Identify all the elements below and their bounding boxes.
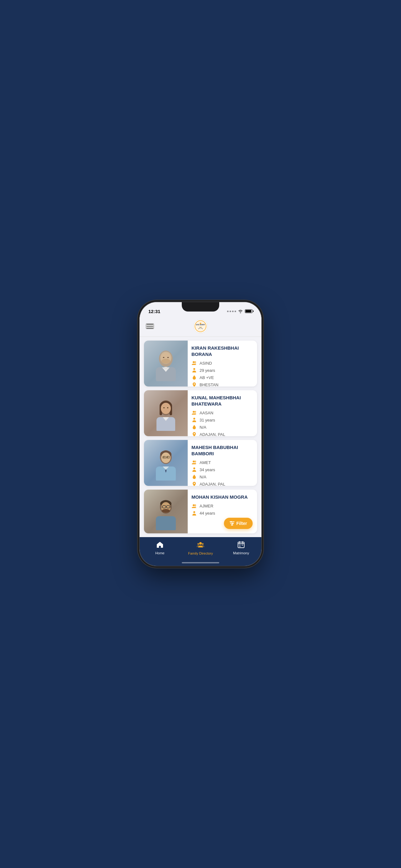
status-icons	[227, 309, 253, 313]
person-name-2: KUNAL MAHESHBHAI BHATEWARA	[192, 395, 253, 407]
svg-point-50	[162, 509, 170, 513]
person-location-1: BHESTAN	[200, 382, 218, 387]
notch	[182, 302, 219, 312]
svg-point-14	[194, 361, 196, 363]
svg-point-62	[197, 543, 199, 545]
person-info-2: KUNAL MAHESHBHAI BHATEWARA AASAN	[188, 390, 257, 436]
svg-point-10	[163, 367, 168, 369]
blood-icon-3	[192, 474, 197, 479]
person-age-row-4: 44 years	[192, 510, 253, 516]
svg-point-16	[194, 383, 195, 384]
svg-point-53	[194, 504, 196, 506]
svg-point-27	[193, 418, 195, 420]
nav-family-label: Family Directory	[188, 552, 213, 555]
svg-point-54	[193, 511, 195, 513]
svg-point-4	[200, 323, 201, 324]
svg-point-11	[163, 357, 165, 358]
person-card-3[interactable]: MAHESH BABUBHAI BAMBORI AMET	[144, 440, 257, 486]
person-group-4: AJMER	[200, 504, 213, 508]
age-icon-4	[192, 510, 197, 516]
svg-point-33	[163, 457, 165, 458]
location-icon-1	[192, 382, 197, 386]
person-location-row-1: BHESTAN	[192, 382, 253, 386]
person-blood-3: N/A	[200, 475, 206, 479]
nav-home-label: Home	[155, 551, 164, 555]
svg-point-21	[161, 403, 171, 414]
person-name-1: KIRAN RAKESHBHAI BORANA	[192, 345, 253, 357]
blood-icon-2	[192, 424, 197, 430]
person-info-1: KIRAN RAKESHBHAI BORANA ASIND	[188, 341, 257, 386]
person-photo-2	[144, 390, 188, 436]
group-icon-4	[192, 503, 197, 509]
nav-matrimony[interactable]: Matrimony	[221, 541, 261, 555]
svg-point-15	[193, 368, 195, 370]
phone-frame: 12:31	[140, 302, 261, 566]
person-blood-2: N/A	[200, 425, 206, 430]
app-logo: DAS SURAT 1968	[193, 318, 208, 334]
location-icon-3	[192, 481, 197, 486]
hamburger-line-3	[146, 328, 153, 329]
person-group-3: AMET	[200, 460, 211, 465]
filter-button[interactable]: Filter	[224, 518, 253, 529]
person-blood-row-3: N/A	[192, 474, 253, 479]
svg-point-34	[167, 457, 168, 458]
app-header: DAS SURAT 1968	[140, 316, 261, 337]
svg-point-61	[199, 542, 202, 545]
person-info-3: MAHESH BABUBHAI BAMBORI AMET	[188, 440, 257, 486]
home-indicator-bar	[182, 562, 219, 563]
nav-family-directory[interactable]: Family Directory	[180, 541, 221, 555]
person-card-1[interactable]: KIRAN RAKESHBHAI BORANA ASIND	[144, 341, 257, 386]
person-age-row-3: 34 years	[192, 467, 253, 472]
svg-point-26	[194, 411, 196, 413]
person-blood-row-1: AB +VE	[192, 375, 253, 380]
blood-icon-1	[192, 375, 197, 380]
person-group-1: ASIND	[200, 361, 212, 366]
svg-text:1968: 1968	[199, 326, 202, 328]
person-age-row-2: 31 years	[192, 417, 253, 423]
menu-button[interactable]	[146, 323, 154, 329]
svg-point-59	[232, 523, 233, 524]
nav-matrimony-label: Matrimony	[233, 551, 249, 555]
group-icon-2	[192, 410, 197, 415]
person-group-row-4: AJMER	[192, 503, 253, 509]
person-location-row-2: ADAJAN, PAL	[192, 432, 253, 436]
battery-icon	[245, 309, 253, 313]
person-photo-1	[144, 341, 188, 386]
group-icon-1	[192, 360, 197, 366]
svg-point-41	[194, 483, 195, 484]
family-directory-icon	[197, 541, 204, 550]
person-age-1: 29 years	[200, 368, 215, 373]
person-age-row-1: 29 years	[192, 367, 253, 373]
home-indicator	[140, 562, 261, 566]
person-blood-row-2: N/A	[192, 424, 253, 430]
main-content: KIRAN RAKESHBHAI BORANA ASIND	[140, 337, 261, 537]
svg-point-24	[167, 407, 168, 408]
person-age-3: 34 years	[200, 467, 215, 472]
person-age-4: 44 years	[200, 511, 215, 516]
svg-rect-70	[239, 546, 240, 547]
person-group-row-3: AMET	[192, 460, 253, 465]
home-icon	[156, 541, 164, 550]
bottom-nav: Home Family Directory	[140, 537, 261, 562]
svg-point-39	[194, 461, 196, 462]
svg-point-12	[167, 357, 169, 358]
svg-rect-64	[238, 542, 244, 548]
svg-point-60	[231, 524, 233, 526]
svg-line-49	[170, 507, 171, 507]
age-icon-3	[192, 467, 197, 472]
person-name-4: MOHAN KISHAN MOGRA	[192, 494, 253, 500]
nav-home[interactable]: Home	[140, 541, 180, 555]
svg-point-23	[163, 407, 165, 408]
person-card-2[interactable]: KUNAL MAHESHBHAI BHATEWARA AASAN	[144, 390, 257, 436]
person-photo-4	[144, 490, 188, 533]
person-location-2: ADAJAN, PAL	[200, 432, 225, 436]
svg-rect-68	[239, 545, 240, 546]
person-group-row-2: AASAN	[192, 410, 253, 415]
filter-label: Filter	[236, 521, 247, 526]
svg-point-28	[194, 433, 195, 434]
person-location-3: ADAJAN, PAL	[200, 482, 225, 486]
svg-rect-69	[242, 545, 243, 546]
age-icon-1	[192, 367, 197, 373]
hamburger-line-2	[146, 326, 153, 327]
person-age-2: 31 years	[200, 418, 215, 423]
